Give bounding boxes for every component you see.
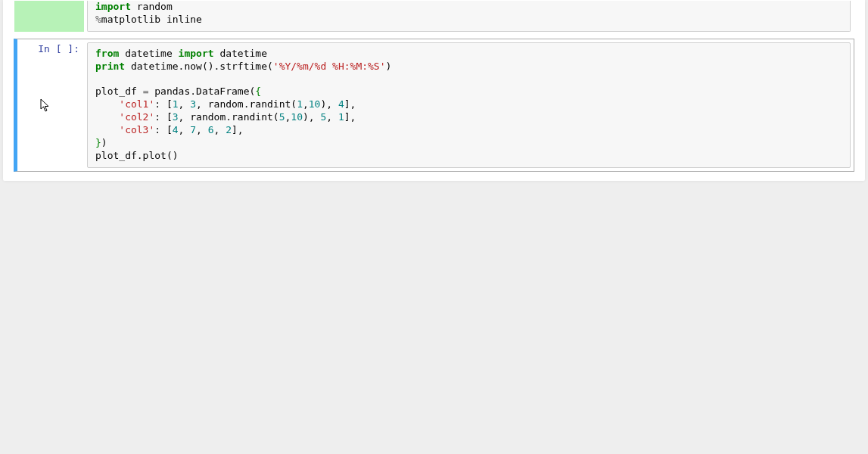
- cell-input-1[interactable]: import random %matplotlib inline: [87, 1, 851, 32]
- keyword-import: import: [95, 1, 131, 12]
- cell-prompt-2: In [ ]:: [17, 39, 84, 171]
- code-text: datetime: [119, 48, 178, 59]
- cell-input-2[interactable]: from datetime import datetime print date…: [87, 42, 851, 168]
- number: 4: [173, 124, 179, 135]
- code-text: ,: [179, 124, 191, 135]
- number: 1: [338, 111, 344, 123]
- cell-prompt-1: [14, 1, 84, 32]
- code-text: ,: [179, 98, 191, 110]
- string-literal: 'col1': [119, 98, 154, 110]
- cell-input-wrapper-1: import random %matplotlib inline: [84, 1, 854, 32]
- keyword-import: import: [179, 48, 214, 59]
- keyword-print: print: [95, 61, 125, 72]
- indent: [95, 98, 119, 110]
- indent: [95, 111, 119, 123]
- code-text: ,: [303, 98, 309, 110]
- number: 3: [190, 98, 196, 110]
- magic-percent: %: [95, 14, 101, 25]
- number: 1: [173, 98, 179, 110]
- string-literal: 'col3': [119, 124, 154, 135]
- code-text: ],: [232, 124, 244, 135]
- number: 6: [208, 124, 214, 135]
- code-text: ,: [326, 111, 338, 123]
- number: 2: [226, 124, 232, 135]
- number: 4: [338, 98, 344, 110]
- brace: {: [255, 86, 261, 97]
- code-cell-2[interactable]: In [ ]: from datetime import datetime pr…: [14, 39, 854, 172]
- code-text: ): [101, 137, 107, 148]
- string-literal: 'col2': [119, 111, 154, 123]
- code-text: ),: [320, 98, 338, 110]
- code-text: , random.randint(: [179, 111, 279, 123]
- brace: }: [95, 137, 101, 148]
- number: 10: [291, 111, 303, 123]
- code-text: , random.randint(: [196, 98, 297, 110]
- code-text: ,: [214, 124, 226, 135]
- code-text: pandas.DataFrame(: [148, 86, 255, 97]
- code-text: ],: [344, 98, 356, 110]
- code-text: matplotlib inline: [101, 14, 202, 25]
- code-text: ],: [344, 111, 356, 123]
- code-text: : [: [154, 111, 172, 123]
- number: 1: [297, 98, 303, 110]
- code-cell-1[interactable]: import random %matplotlib inline: [14, 0, 854, 33]
- code-text: : [: [154, 98, 172, 110]
- code-text: plot_df.plot(): [95, 150, 179, 161]
- number: 10: [309, 98, 321, 110]
- code-text: datetime.now().strftime(: [125, 61, 273, 72]
- code-text: plot_df: [95, 86, 143, 97]
- code-text: : [: [154, 124, 172, 135]
- keyword-from: from: [95, 48, 119, 59]
- code-text: ,: [196, 124, 208, 135]
- code-text: ): [386, 61, 392, 72]
- cell-input-wrapper-2: from datetime import datetime print date…: [84, 39, 854, 171]
- code-text: datetime: [214, 48, 267, 59]
- notebook-container: import random %matplotlib inline In [ ]:…: [3, 0, 865, 181]
- number: 7: [190, 124, 196, 135]
- indent: [95, 124, 119, 135]
- code-text: random: [131, 1, 173, 12]
- number: 3: [173, 111, 179, 123]
- code-text: ),: [303, 111, 320, 123]
- string-literal: '%Y/%m/%d %H:%M:%S': [273, 61, 386, 72]
